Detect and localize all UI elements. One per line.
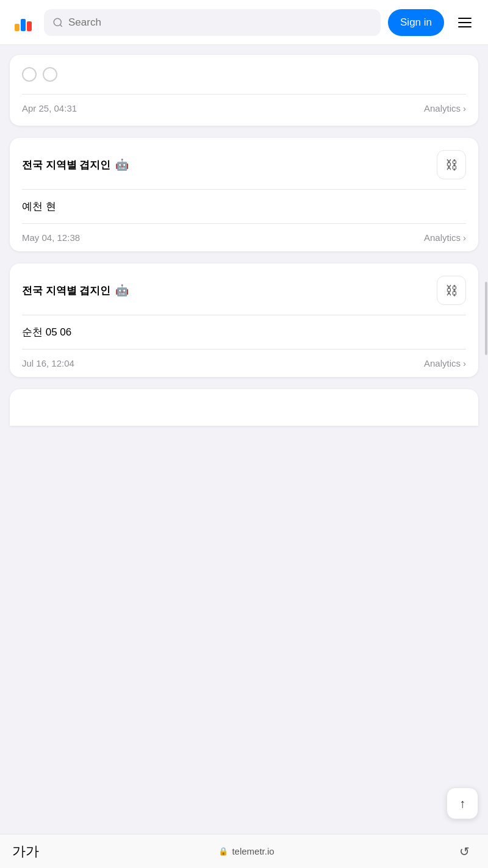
font-size-label: 가가: [12, 842, 39, 861]
header: Sign in: [0, 0, 488, 45]
menu-line-3: [458, 26, 472, 27]
card-1-body-text: 예천 현: [22, 201, 56, 212]
url-text: telemetr.io: [232, 846, 274, 856]
link-icon-2: ⛓: [445, 284, 458, 298]
scrollbar-track: [484, 45, 488, 834]
card-2-date: Jul 16, 12:04: [22, 358, 74, 368]
chevron-right-icon: ›: [463, 103, 466, 113]
link-icon: ⛓: [445, 158, 458, 172]
svg-line-4: [60, 24, 62, 26]
arrow-up-icon: ↑: [459, 797, 465, 811]
card-partial-analytics-link[interactable]: Analytics ›: [424, 103, 466, 113]
lock-icon: 🔒: [218, 847, 228, 856]
card-1-link-button[interactable]: ⛓: [437, 150, 466, 179]
scroll-to-top-button[interactable]: ↑: [447, 787, 478, 819]
card-1-footer: May 04, 12:38 Analytics ›: [22, 224, 466, 251]
chevron-right-icon: ›: [463, 232, 466, 243]
svg-rect-1: [21, 19, 26, 31]
analytics-label-2: Analytics: [424, 358, 461, 368]
card-2-analytics-link[interactable]: Analytics ›: [424, 358, 466, 368]
menu-line-2: [458, 22, 472, 23]
analytics-label: Analytics: [424, 103, 461, 113]
card-1-analytics-link[interactable]: Analytics ›: [424, 232, 466, 243]
card-2-header: 전국 지역별 겹지인 🤖 ⛓: [22, 276, 466, 315]
card-1-body: 예천 현: [22, 190, 466, 224]
bottom-bar: 가가 🔒 telemetr.io ↺: [0, 834, 488, 868]
card-2-footer: Jul 16, 12:04 Analytics ›: [22, 350, 466, 377]
card-2-title: 전국 지역별 겹지인 🤖: [22, 284, 129, 298]
card-partial-date: Apr 25, 04:31: [22, 103, 77, 113]
search-bar[interactable]: [44, 9, 381, 36]
card-2-body-text: 순천 05 06: [22, 326, 71, 338]
card-1-title: 전국 지역별 겹지인 🤖: [22, 158, 129, 172]
svg-rect-0: [15, 24, 20, 31]
analytics-label: Analytics: [424, 232, 461, 243]
card-2-link-button[interactable]: ⛓: [437, 276, 466, 305]
search-icon: [52, 17, 63, 28]
url-display: 🔒 telemetr.io: [218, 846, 274, 856]
scrollbar-thumb[interactable]: [485, 282, 487, 355]
logo[interactable]: [10, 9, 37, 36]
chevron-right-icon-2: ›: [463, 358, 466, 368]
card-1: 전국 지역별 겹지인 🤖 ⛓ 예천 현 May 04, 12:38 Analyt…: [10, 138, 478, 251]
card-2-title-text: 전국 지역별 겹지인: [22, 284, 110, 298]
robot-icon: 🤖: [115, 158, 129, 171]
circle-2: [43, 67, 57, 82]
card-partial-footer: Apr 25, 04:31 Analytics ›: [22, 95, 466, 113]
robot-icon-2: 🤖: [115, 284, 129, 297]
card-1-title-text: 전국 지역별 겹지인: [22, 158, 110, 172]
card-partial: Apr 25, 04:31 Analytics ›: [10, 55, 478, 126]
card-2-body: 순천 05 06: [22, 315, 466, 350]
menu-button[interactable]: [451, 9, 478, 36]
menu-line-1: [458, 18, 472, 19]
reload-icon: ↺: [459, 844, 470, 859]
signin-button[interactable]: Sign in: [388, 9, 444, 36]
circle-1: [22, 67, 37, 82]
circles-row: [22, 67, 466, 95]
search-input[interactable]: [68, 16, 372, 29]
card-2: 전국 지역별 겹지인 🤖 ⛓ 순천 05 06 Jul 16, 12:04 An…: [10, 264, 478, 377]
reload-button[interactable]: ↺: [454, 841, 476, 863]
svg-rect-2: [27, 21, 32, 31]
card-1-date: May 04, 12:38: [22, 232, 80, 243]
card-partial-bottom: [10, 389, 478, 426]
card-1-header: 전국 지역별 겹지인 🤖 ⛓: [22, 150, 466, 190]
svg-point-3: [54, 18, 61, 26]
content-area: Apr 25, 04:31 Analytics › 전국 지역별 겹지인 🤖 ⛓…: [0, 45, 488, 478]
